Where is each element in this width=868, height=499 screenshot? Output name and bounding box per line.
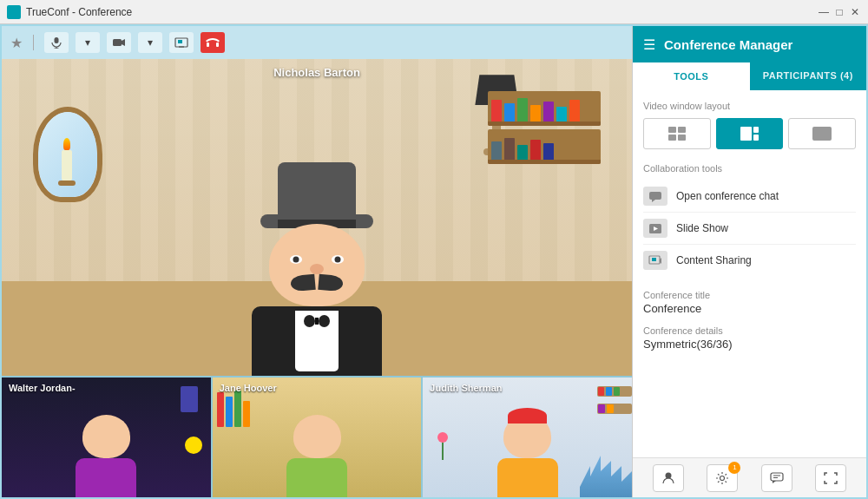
svg-rect-6 [178, 40, 182, 43]
collab-chat[interactable]: Open conference chat [643, 181, 856, 213]
hangup-icon [206, 38, 220, 47]
flower-deco [436, 432, 450, 458]
svg-rect-3 [113, 39, 122, 46]
camera-icon [112, 37, 126, 48]
character-suit [252, 306, 382, 376]
hangup-button[interactable] [201, 32, 225, 53]
thumbnails-row: Walter Jordan- Jane Hoover [2, 376, 632, 497]
main-participant-name: Nicholas Barton [273, 66, 360, 79]
toolbar: ★ ▾ ▾ [2, 26, 632, 59]
thumbnail-walter[interactable]: Walter Jordan- [2, 378, 213, 497]
footer-fullscreen-button[interactable] [815, 464, 846, 492]
svg-marker-4 [122, 39, 125, 46]
mic-button[interactable] [44, 32, 69, 53]
svg-rect-18 [771, 473, 783, 481]
thumb-name-walter: Walter Jordan- [9, 383, 76, 393]
sharing-label: Content Sharing [676, 254, 752, 266]
layout-options [643, 118, 856, 149]
camera-dropdown-button[interactable]: ▾ [138, 32, 162, 53]
jane-char [286, 415, 347, 497]
separator-1 [33, 35, 34, 50]
character-head [269, 224, 365, 306]
mic-dropdown-button[interactable]: ▾ [76, 32, 100, 53]
candle [58, 138, 76, 186]
main-character [252, 162, 382, 376]
thumbnail-judith[interactable]: Judith Sherman [423, 378, 632, 497]
panel-footer: 1 [633, 457, 866, 497]
hamburger-menu-icon[interactable]: ☰ [643, 36, 655, 53]
panel-title: Conference Manager [664, 37, 856, 52]
footer-participants-button[interactable] [653, 464, 684, 492]
conference-details-label: Conference details [643, 325, 856, 336]
close-button[interactable]: ✕ [849, 6, 861, 18]
walter-char [76, 415, 136, 497]
settings-icon [715, 471, 729, 485]
svg-rect-0 [55, 37, 59, 43]
conference-title-section: Conference title Conference [643, 290, 856, 315]
right-panel: ☰ Conference Manager TOOLS PARTICIPANTS … [632, 26, 866, 497]
chat-icon-box [643, 187, 667, 206]
collab-sharing[interactable]: Content Sharing [643, 245, 856, 276]
layout-main-side-button[interactable] [716, 118, 784, 149]
slideshow-label: Slide Show [676, 222, 728, 234]
favorite-icon[interactable]: ★ [10, 35, 23, 51]
shelf-right-deco [589, 386, 632, 473]
svg-rect-9 [216, 43, 219, 47]
layout-grid-button[interactable] [643, 118, 711, 149]
screen-share-icon [648, 255, 662, 266]
fullscreen-icon [824, 472, 838, 484]
panel-tabs: TOOLS PARTICIPANTS (4) [633, 62, 866, 90]
footer-settings-button[interactable]: 1 [707, 464, 738, 492]
maximize-button[interactable]: □ [833, 6, 845, 18]
slideshow-icon-box [643, 219, 667, 238]
collab-slideshow[interactable]: Slide Show [643, 213, 856, 245]
thumb3-bg [423, 378, 632, 497]
mic-icon [50, 36, 62, 49]
simpsons-deco [185, 437, 202, 454]
window-controls: — □ ✕ [818, 6, 861, 18]
video-area: ★ ▾ ▾ [2, 26, 632, 497]
conference-details-section: Conference details Symmetric(36/36) [643, 325, 856, 351]
thumb-name-judith: Judith Sherman [430, 383, 502, 393]
window-title: TrueConf - Conference [26, 6, 818, 18]
layout-single-button[interactable] [788, 118, 856, 149]
svg-point-17 [720, 476, 725, 480]
svg-rect-8 [207, 43, 209, 47]
chat-icon [648, 191, 662, 202]
thumb2-bg [213, 378, 422, 497]
play-icon [648, 223, 662, 234]
collab-section: Collaboration tools Open conference chat [643, 163, 856, 276]
footer-chat-icon [770, 472, 784, 484]
conference-details-value: Symmetric(36/36) [643, 338, 856, 351]
bookshelf [488, 91, 601, 195]
main-video: Nicholas Barton [2, 59, 632, 376]
footer-chat-button[interactable] [761, 464, 792, 492]
conference-title-label: Conference title [643, 290, 856, 300]
thumb-name-jane: Jane Hoover [220, 383, 277, 393]
title-bar: TrueConf - Conference — □ ✕ [0, 0, 868, 24]
video-layout-label: Video window layout [643, 101, 856, 111]
participants-icon [661, 471, 675, 485]
screen-share-button[interactable] [169, 32, 194, 53]
main-container: ★ ▾ ▾ [0, 24, 868, 499]
minimize-button[interactable]: — [818, 6, 830, 18]
svg-marker-11 [652, 200, 655, 202]
settings-badge: 1 [728, 462, 740, 474]
chat-label: Open conference chat [676, 190, 779, 202]
panel-content: Video window layout [633, 90, 866, 457]
judith-char [497, 415, 558, 497]
conference-title-value: Conference [643, 302, 856, 315]
main-video-bg: Nicholas Barton [2, 59, 632, 376]
thumb1-bg [2, 378, 211, 497]
tab-tools[interactable]: TOOLS [633, 62, 750, 90]
sharing-icon-box [643, 251, 667, 270]
svg-rect-10 [649, 192, 661, 200]
collab-label: Collaboration tools [643, 163, 856, 174]
screen-icon [174, 37, 188, 49]
books-deco [217, 391, 250, 427]
camera-button[interactable] [107, 32, 131, 53]
thumbnail-jane[interactable]: Jane Hoover [213, 378, 424, 497]
svg-rect-15 [652, 258, 656, 261]
tab-participants[interactable]: PARTICIPANTS (4) [750, 62, 867, 90]
poster-deco [181, 386, 198, 412]
